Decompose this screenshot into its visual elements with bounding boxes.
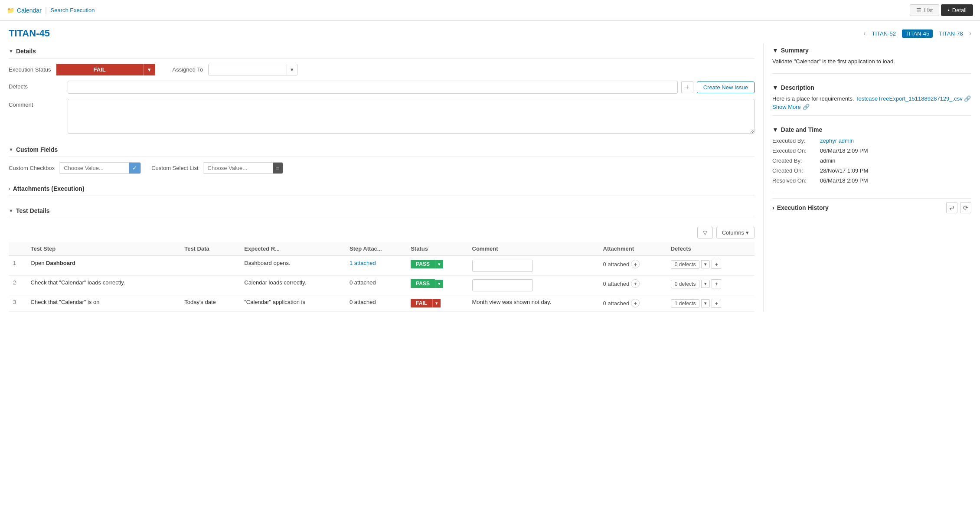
create-issue-button[interactable]: Create New Issue: [697, 82, 755, 93]
comment-input-2[interactable]: [472, 279, 533, 291]
defects-group-3: 1 defects ▾ +: [671, 299, 750, 308]
executed-by-key: Executed By:: [772, 137, 820, 144]
created-by-val: admin: [820, 157, 971, 164]
execution-status-group: Execution Status FAIL ▾: [9, 64, 155, 75]
comment-textarea[interactable]: [68, 99, 755, 134]
custom-checkbox-input[interactable]: [59, 163, 129, 173]
right-panel: ▼ Summary Validate "Calendar" is the fir…: [763, 43, 971, 312]
step-cell-2: Check that "Calendar" loads correctly.: [26, 276, 180, 295]
description-content: Here is a place for requirements. Testca…: [772, 94, 971, 104]
filter-icon: ▽: [703, 229, 707, 236]
attachments-header[interactable]: › Attachments (Execution): [9, 181, 755, 196]
step-cell-1: Open Dashboard: [26, 256, 180, 276]
attach-count-1: 0 attached +: [603, 260, 662, 268]
defects-add-button[interactable]: +: [681, 81, 693, 93]
execution-history-toggle-icon: ›: [772, 204, 774, 211]
execution-history-sync-button[interactable]: ⇄: [946, 202, 957, 213]
defects-control: + Create New Issue: [68, 81, 755, 94]
defects-cell-2: 0 defects ▾ +: [666, 276, 755, 295]
comment-input-1[interactable]: [472, 260, 533, 272]
custom-checkbox-icon[interactable]: ✓: [129, 163, 140, 173]
filter-button[interactable]: ▽: [697, 227, 713, 238]
step-attach-link-1[interactable]: 1 attached: [350, 260, 376, 266]
test-table: Test Step Test Data Expected R... Step A…: [9, 242, 755, 312]
columns-button[interactable]: Columns ▾: [716, 227, 755, 238]
details-section-header[interactable]: ▼ Details: [9, 43, 755, 59]
prev-nav-pill[interactable]: TITAN-52: [869, 29, 899, 38]
description-header[interactable]: ▼ Description: [772, 81, 971, 94]
row-num-2: 2: [13, 279, 16, 286]
status-dropdown-1[interactable]: ▾: [435, 260, 443, 268]
attach-add-button-1[interactable]: +: [631, 260, 640, 268]
show-more-button[interactable]: Show More 🔗: [772, 104, 971, 110]
detail-label: Detail: [952, 7, 967, 13]
defects-input[interactable]: [68, 81, 678, 94]
defects-add-2[interactable]: +: [712, 279, 721, 288]
status-cell-3: FAIL ▾: [406, 295, 467, 312]
custom-select-icon[interactable]: ≡: [273, 163, 283, 173]
search-execution-link[interactable]: Search Execution: [51, 7, 95, 13]
list-icon: ☰: [916, 7, 921, 13]
summary-header[interactable]: ▼ Summary: [772, 43, 971, 56]
comment-row: Comment: [9, 99, 755, 135]
detail-view-button[interactable]: ▪ Detail: [941, 4, 973, 16]
created-by-row: Created By: admin: [772, 156, 971, 166]
defects-add-3[interactable]: +: [712, 299, 721, 308]
date-time-header[interactable]: ▼ Date and Time: [772, 123, 971, 136]
custom-select-input[interactable]: [203, 163, 273, 173]
attach-add-button-2[interactable]: +: [631, 279, 640, 288]
status-dropdown-3[interactable]: ▾: [432, 299, 441, 307]
header-left: 📁 Calendar | Search Execution: [7, 6, 95, 15]
expected-cell-2: Calendar loads correctly.: [240, 276, 345, 295]
test-details-header[interactable]: ▼ Test Details: [9, 203, 755, 218]
resolved-on-row: Resolved On: 06/Mar/18 2:09 PM: [772, 176, 971, 186]
attachments-section: › Attachments (Execution): [9, 181, 755, 196]
status-pass-badge-1: PASS: [411, 260, 435, 268]
test-data-cell-3: Today's date: [180, 295, 240, 312]
status-pass-group-2: PASS ▾: [411, 279, 463, 288]
defects-row: Defects + Create New Issue: [9, 81, 755, 94]
defects-label: Defects: [9, 81, 61, 90]
execution-status-control: FAIL ▾: [56, 64, 155, 75]
created-on-row: Created On: 28/Nov/17 1:09 PM: [772, 166, 971, 176]
defects-dropdown-1[interactable]: ▾: [701, 260, 710, 268]
col-attachment: Attachment: [599, 242, 666, 256]
executed-on-key: Executed On:: [772, 147, 820, 154]
custom-fields-row: Custom Checkbox ✓ Custom Select List ≡: [9, 162, 755, 174]
brand[interactable]: 📁 Calendar: [7, 7, 42, 14]
row-num-3: 3: [13, 299, 16, 305]
attach-add-button-3[interactable]: +: [631, 299, 640, 307]
brand-label: Calendar: [17, 7, 42, 14]
execution-status-dropdown[interactable]: ▾: [143, 64, 155, 75]
status-fail-badge-3: FAIL: [411, 299, 432, 307]
assigned-to-input[interactable]: [209, 64, 287, 75]
defects-dropdown-3[interactable]: ▾: [701, 299, 710, 307]
custom-checkbox-group: Custom Checkbox ✓: [9, 162, 141, 174]
date-time-section: ▼ Date and Time Executed By: zephyr admi…: [772, 123, 971, 191]
prev-nav-arrow[interactable]: ‹: [863, 29, 866, 37]
execution-status-button[interactable]: FAIL: [56, 64, 143, 75]
status-dropdown-2[interactable]: ▾: [435, 280, 443, 288]
table-header-row: Test Step Test Data Expected R... Step A…: [9, 242, 755, 256]
description-link[interactable]: TestcaseTreeExport_1511889287129_.csv: [856, 95, 963, 102]
execution-history-refresh-button[interactable]: ⟳: [960, 202, 971, 213]
list-view-button[interactable]: ☰ List: [910, 4, 939, 16]
next-nav-pill[interactable]: TITAN-78: [935, 29, 966, 38]
table-row: 1 Open Dashboard Dashboard opens. 1 atta…: [9, 256, 755, 276]
attach-count-2: 0 attached +: [603, 279, 662, 288]
assigned-to-group: Assigned To ▾: [173, 64, 298, 75]
description-link-icon: 🔗: [964, 95, 971, 102]
defects-add-1[interactable]: +: [712, 260, 721, 269]
list-label: List: [924, 7, 933, 13]
execution-history-label[interactable]: › Execution History: [772, 204, 829, 211]
header: 📁 Calendar | Search Execution ☰ List ▪ D…: [0, 0, 980, 21]
col-step-attach: Step Attac...: [345, 242, 406, 256]
col-status: Status: [406, 242, 467, 256]
defects-badge-2: 0 defects: [671, 280, 700, 288]
assigned-to-arrow[interactable]: ▾: [287, 64, 297, 75]
executed-by-val[interactable]: zephyr admin: [820, 137, 971, 144]
current-nav-pill[interactable]: TITAN-45: [902, 29, 933, 38]
defects-dropdown-2[interactable]: ▾: [701, 280, 710, 288]
custom-fields-header[interactable]: ▼ Custom Fields: [9, 142, 755, 157]
next-nav-arrow[interactable]: ›: [969, 29, 971, 37]
